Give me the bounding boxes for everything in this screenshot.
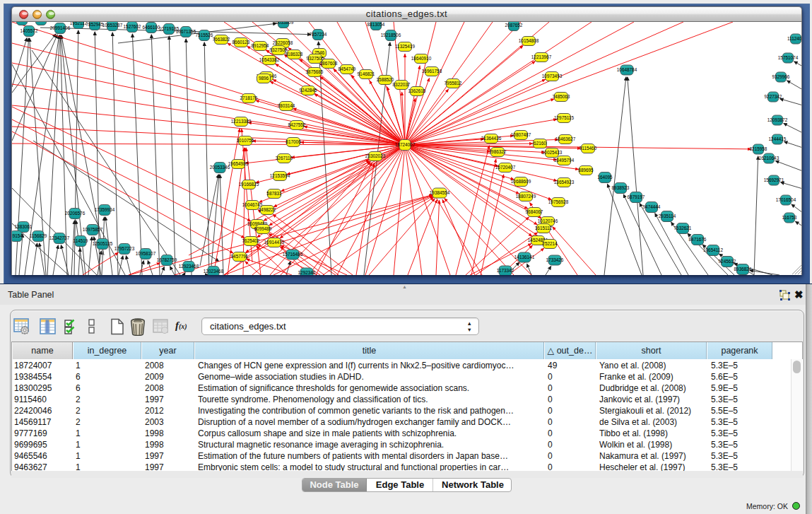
svg-text:116753: 116753 (782, 215, 797, 220)
svg-text:1292346: 1292346 (298, 270, 316, 275)
svg-text:12923468: 12923468 (179, 264, 199, 269)
svg-text:1383061: 1383061 (15, 224, 33, 229)
svg-text:8186328: 8186328 (286, 52, 303, 57)
svg-text:18640910: 18640910 (411, 56, 432, 61)
svg-text:12213383: 12213383 (231, 119, 252, 124)
svg-text:8912954: 8912954 (252, 43, 269, 48)
svg-text:9146821: 9146821 (358, 71, 375, 76)
svg-text:7857234: 7857234 (310, 32, 327, 37)
svg-text:20053346: 20053346 (210, 165, 230, 170)
svg-text:9474444: 9474444 (643, 204, 661, 209)
svg-text:9245612: 9245612 (719, 259, 736, 264)
svg-text:12975115: 12975115 (554, 115, 574, 120)
svg-text:17016504: 17016504 (776, 197, 796, 202)
svg-text:13495794: 13495794 (554, 158, 575, 163)
svg-text:7803144: 7803144 (278, 103, 295, 108)
svg-text:12153594: 12153594 (270, 173, 290, 178)
svg-text:12023468: 12023468 (204, 269, 224, 274)
svg-text:10654112: 10654112 (703, 247, 723, 252)
svg-text:1952112: 1952112 (70, 22, 88, 25)
svg-text:17359934: 17359934 (95, 207, 115, 212)
svg-text:23226058: 23226058 (273, 40, 293, 45)
svg-text:7955812: 7955812 (445, 81, 462, 86)
svg-text:1588520: 1588520 (377, 77, 394, 82)
svg-text:10975857: 10975857 (83, 227, 103, 232)
svg-text:9684067: 9684067 (526, 209, 543, 214)
svg-text:7852945: 7852945 (86, 22, 104, 27)
svg-text:10688609: 10688609 (511, 179, 531, 184)
svg-text:18463627: 18463627 (555, 136, 576, 141)
svg-text:114519: 114519 (73, 238, 88, 243)
svg-text:587831: 587831 (266, 191, 282, 196)
svg-text:8427552: 8427552 (288, 122, 306, 127)
svg-text:1615112: 1615112 (535, 226, 553, 230)
svg-text:15751074: 15751074 (778, 55, 799, 60)
svg-text:10025433: 10025433 (542, 150, 563, 155)
svg-text:8936824: 8936824 (734, 267, 752, 271)
svg-text:9896: 9896 (259, 76, 269, 81)
svg-text:2087652: 2087652 (505, 23, 523, 28)
svg-text:15720407: 15720407 (495, 165, 516, 170)
svg-text:19166825: 19166825 (239, 182, 259, 187)
svg-text:7485063: 7485063 (553, 94, 570, 99)
svg-text:12342737: 12342737 (49, 235, 70, 240)
svg-text:7632621: 7632621 (674, 226, 692, 230)
svg-text:12093872: 12093872 (767, 117, 788, 122)
svg-text:6099489: 6099489 (254, 226, 272, 231)
svg-text:11325419: 11325419 (395, 44, 415, 49)
svg-text:18724007: 18724007 (395, 142, 416, 147)
svg-text:8215958: 8215958 (750, 146, 767, 151)
svg-text:2718176: 2718176 (240, 95, 258, 100)
svg-text:9329966: 9329966 (772, 74, 790, 79)
svg-text:10543382: 10543382 (259, 57, 280, 62)
svg-text:817006: 817006 (286, 139, 301, 144)
svg-text:1405572: 1405572 (20, 28, 38, 33)
svg-text:8454749: 8454749 (339, 66, 356, 71)
svg-text:1156829: 1156829 (30, 233, 47, 238)
svg-text:889695: 889695 (578, 168, 594, 173)
svg-text:9242845: 9242845 (300, 88, 317, 93)
svg-text:7663822: 7663822 (213, 37, 230, 42)
svg-text:39154: 39154 (12, 233, 23, 238)
svg-text:252214: 252214 (542, 241, 558, 246)
svg-text:7515526: 7515526 (196, 33, 213, 37)
svg-text:3267110: 3267110 (276, 156, 293, 160)
svg-text:15692971: 15692971 (764, 177, 784, 182)
svg-text:19384554: 19384554 (430, 190, 450, 195)
svg-text:6879197: 6879197 (628, 194, 645, 199)
svg-text:8660123: 8660123 (233, 40, 250, 45)
svg-text:9457791: 9457791 (231, 254, 249, 259)
svg-text:19654985: 19654985 (228, 161, 249, 166)
svg-text:164095: 164095 (597, 175, 613, 180)
svg-text:8471676: 8471676 (689, 237, 707, 242)
svg-text:6466100: 6466100 (143, 25, 160, 30)
svg-text:12213967: 12213967 (531, 54, 552, 59)
svg-text:1173342: 1173342 (497, 268, 514, 273)
svg-text:16782759: 16782759 (157, 257, 177, 262)
svg-text:17957223: 17957223 (114, 246, 135, 251)
svg-text:1112403: 1112403 (787, 36, 802, 41)
svg-text:10973493: 10973493 (542, 74, 563, 78)
svg-text:8322037: 8322037 (393, 82, 411, 87)
svg-text:1527602: 1527602 (124, 24, 141, 29)
svg-text:2935114: 2935114 (659, 214, 676, 218)
svg-text:2867608: 2867608 (320, 61, 338, 66)
svg-text:19218506: 19218506 (381, 33, 401, 37)
svg-text:23302023: 23302023 (365, 153, 386, 158)
svg-text:1362615: 1362615 (408, 88, 426, 93)
svg-text:10653287: 10653287 (102, 23, 123, 28)
svg-text:18807249: 18807249 (516, 194, 536, 199)
svg-text:10648784: 10648784 (617, 67, 637, 72)
svg-text:16033809: 16033809 (273, 22, 294, 25)
svg-text:1733426: 1733426 (546, 257, 564, 262)
svg-text:10120746: 10120746 (538, 218, 558, 223)
svg-text:19756928: 19756928 (548, 199, 569, 204)
svg-text:10154808: 10154808 (519, 38, 539, 43)
svg-text:12505135: 12505135 (93, 241, 113, 246)
svg-text:10046745: 10046745 (242, 202, 263, 207)
svg-text:8813054: 8813054 (367, 22, 385, 27)
svg-text:14136141: 14136141 (514, 255, 535, 259)
svg-text:16210643: 16210643 (759, 156, 779, 160)
svg-text:8938923: 8938923 (612, 185, 630, 190)
svg-text:21364436: 21364436 (481, 136, 502, 141)
